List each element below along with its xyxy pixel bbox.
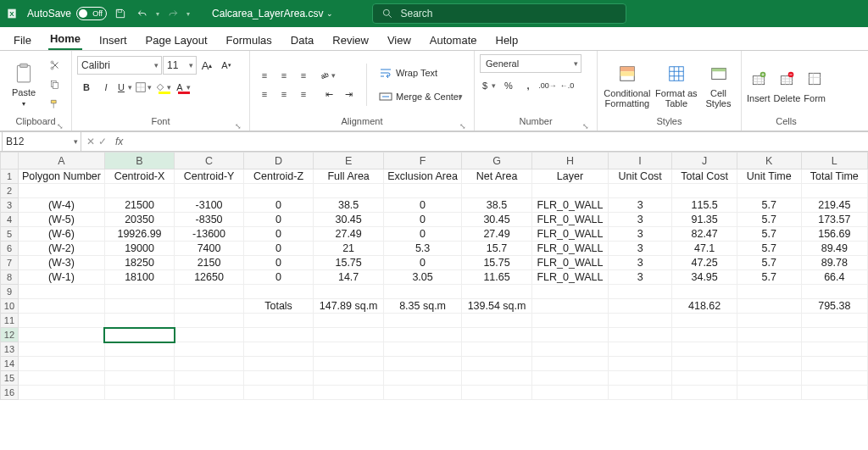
cell[interactable] (244, 285, 314, 299)
format-as-table-button[interactable]: Format as Table (655, 57, 698, 113)
cell[interactable] (244, 357, 314, 371)
cell[interactable] (384, 184, 462, 198)
font-name-select[interactable]: Calibri (77, 56, 162, 75)
cell[interactable] (532, 371, 609, 386)
wrap-text-button[interactable]: Wrap Text (376, 63, 465, 83)
dialog-launcher-icon[interactable]: ⤡ (459, 120, 467, 129)
increase-decimal-icon[interactable]: .00→ (538, 76, 557, 95)
cell-styles-button[interactable]: Cell Styles (701, 57, 736, 113)
cell[interactable] (801, 342, 867, 357)
cell[interactable]: (W-5) (18, 213, 104, 227)
cell[interactable]: Net Area (461, 169, 531, 184)
filename-dropdown[interactable]: Calcarea_LayerArea.csv ⌄ (212, 8, 333, 19)
cell[interactable] (104, 328, 174, 342)
cell[interactable] (461, 371, 531, 386)
cell[interactable] (672, 328, 737, 342)
column-header[interactable]: C (175, 153, 244, 169)
cell[interactable]: 91.35 (672, 213, 737, 227)
cell[interactable] (461, 285, 531, 299)
cell[interactable]: 38.5 (314, 198, 384, 213)
underline-button[interactable]: U (116, 78, 135, 97)
cell[interactable] (18, 299, 104, 314)
cell[interactable]: Total Cost (672, 169, 737, 184)
cell[interactable] (608, 314, 672, 328)
cell[interactable]: FLR_0_WALL (532, 256, 609, 270)
cell[interactable] (314, 342, 384, 357)
cell[interactable]: 27.49 (461, 227, 531, 242)
cut-icon[interactable] (46, 57, 64, 75)
paste-button[interactable]: Paste▾ (5, 57, 42, 113)
cell[interactable]: Unit Time (737, 169, 801, 184)
cell[interactable]: (W-6) (18, 227, 104, 242)
redo-icon[interactable] (164, 5, 181, 22)
format-painter-icon[interactable] (46, 95, 64, 113)
comma-format-icon[interactable]: , (519, 76, 537, 95)
cell[interactable] (532, 357, 609, 371)
cell[interactable] (18, 285, 104, 299)
tab-review[interactable]: Review (331, 31, 370, 50)
insert-cells-button[interactable]: Insert (747, 57, 771, 113)
cell[interactable]: 2150 (175, 256, 244, 270)
cell[interactable]: 795.38 (801, 299, 867, 314)
dialog-launcher-icon[interactable]: ⤡ (234, 120, 242, 129)
cell[interactable] (175, 285, 244, 299)
align-middle-icon[interactable]: ≡ (275, 66, 293, 85)
worksheet-area[interactable]: ABCDEFGHIJKL1Polygon NumberCentroid-XCen… (0, 152, 868, 450)
tab-home[interactable]: Home (48, 29, 82, 50)
cell[interactable] (384, 386, 462, 400)
cell[interactable] (608, 386, 672, 400)
cell[interactable] (175, 386, 244, 400)
row-header[interactable]: 5 (1, 227, 19, 242)
cell[interactable]: 115.5 (672, 198, 737, 213)
cell[interactable] (672, 285, 737, 299)
cell[interactable] (532, 285, 609, 299)
cell[interactable]: 34.95 (672, 270, 737, 285)
cell[interactable] (672, 357, 737, 371)
cell[interactable] (608, 184, 672, 198)
cell[interactable] (672, 386, 737, 400)
cell[interactable]: 12650 (175, 270, 244, 285)
cell[interactable]: 5.7 (737, 227, 801, 242)
save-icon[interactable] (112, 5, 129, 22)
cell[interactable] (244, 184, 314, 198)
cell[interactable] (314, 184, 384, 198)
cell[interactable] (244, 328, 314, 342)
align-center-icon[interactable]: ≡ (275, 85, 293, 103)
tab-formulas[interactable]: Formulas (225, 31, 274, 50)
cell[interactable] (384, 371, 462, 386)
percent-format-icon[interactable]: % (499, 76, 518, 95)
cell[interactable] (104, 299, 174, 314)
cell[interactable]: 18100 (104, 270, 174, 285)
merge-center-button[interactable]: Merge & Center (376, 86, 465, 107)
dialog-launcher-icon[interactable]: ⤡ (581, 120, 590, 129)
cell[interactable] (672, 314, 737, 328)
select-all-corner[interactable] (1, 153, 19, 169)
cell[interactable]: 5.3 (384, 242, 462, 256)
cell[interactable] (18, 184, 104, 198)
cell[interactable]: 0 (244, 198, 314, 213)
cell[interactable]: 0 (384, 256, 462, 270)
cell[interactable] (801, 184, 867, 198)
cell[interactable]: 30.45 (314, 213, 384, 227)
cell[interactable] (461, 328, 531, 342)
borders-button[interactable] (136, 78, 154, 97)
search-input[interactable]: Search (372, 3, 626, 24)
cell[interactable]: 3 (608, 213, 672, 227)
cell[interactable]: 3 (608, 256, 672, 270)
column-header[interactable]: I (608, 153, 672, 169)
cell[interactable]: 47.25 (672, 256, 737, 270)
cell[interactable]: 38.5 (461, 198, 531, 213)
decrease-decimal-icon[interactable]: ←.0 (558, 76, 576, 95)
cell[interactable]: 147.89 sq.m (314, 299, 384, 314)
cell[interactable] (384, 342, 462, 357)
cell[interactable] (244, 342, 314, 357)
cell[interactable] (175, 184, 244, 198)
cell[interactable] (175, 299, 244, 314)
cell[interactable] (104, 342, 174, 357)
cell[interactable]: 89.49 (801, 242, 867, 256)
cell[interactable]: 5.7 (737, 198, 801, 213)
qat-customize-icon[interactable]: ▾ (186, 10, 190, 18)
cell[interactable]: Centroid-X (104, 169, 174, 184)
cell[interactable]: 30.45 (461, 213, 531, 227)
cell[interactable]: Total Time (801, 169, 867, 184)
